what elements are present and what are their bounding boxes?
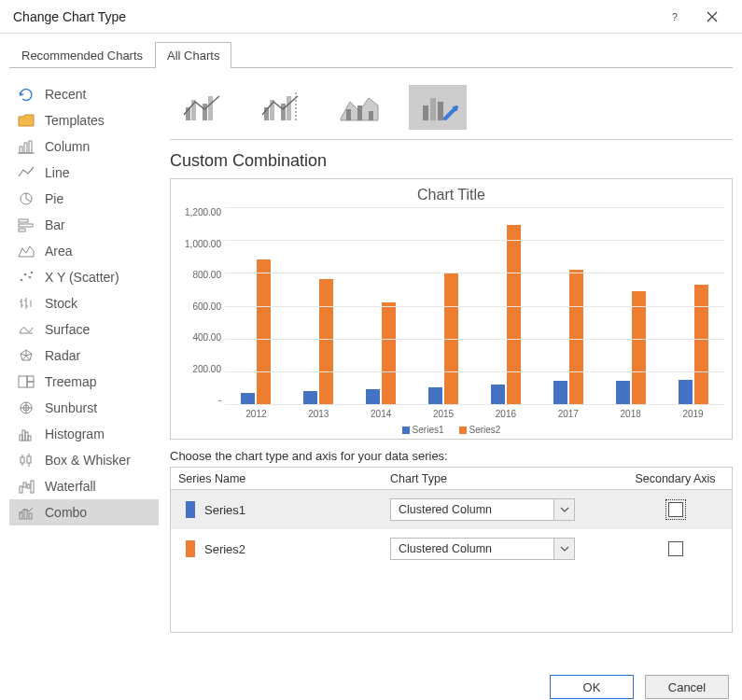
svg-rect-37	[21, 457, 24, 463]
ok-button[interactable]: OK	[550, 675, 634, 699]
sidebar-item-label: Column	[45, 139, 151, 154]
sidebar-item-label: Templates	[45, 113, 151, 128]
svg-rect-7	[19, 224, 33, 227]
combo-subtype-stacked-area-column[interactable]	[330, 85, 388, 130]
svg-rect-62	[423, 105, 428, 120]
sidebar-item-templates[interactable]: Templates	[9, 107, 159, 133]
waterfall-icon	[17, 478, 35, 495]
sidebar-item-label: Area	[45, 244, 151, 259]
close-button[interactable]	[693, 0, 731, 34]
svg-rect-59	[346, 109, 351, 120]
sidebar-item-scatter[interactable]: X Y (Scatter)	[9, 264, 159, 290]
sidebar-item-line[interactable]: Line	[9, 160, 159, 186]
svg-rect-60	[357, 105, 362, 120]
sidebar-item-label: Surface	[45, 322, 151, 337]
cancel-button[interactable]: Cancel	[645, 675, 729, 699]
svg-rect-40	[27, 456, 31, 463]
svg-rect-28	[27, 382, 34, 387]
svg-rect-36	[28, 436, 31, 441]
sidebar-item-label: Bar	[45, 217, 151, 232]
tab-all-charts[interactable]: All Charts	[155, 42, 231, 68]
sidebar-item-radar[interactable]: Radar	[9, 343, 159, 369]
svg-line-24	[22, 356, 26, 360]
sidebar-item-label: Waterfall	[45, 479, 151, 494]
svg-rect-3	[29, 141, 32, 153]
sidebar-item-bar[interactable]: Bar	[9, 212, 159, 238]
chart-legend: Series1 Series2	[178, 419, 724, 435]
sidebar-item-stock[interactable]: Stock	[9, 290, 159, 316]
combo-subtype-custom[interactable]	[409, 85, 467, 130]
svg-point-10	[24, 273, 27, 276]
pie-icon	[17, 190, 35, 207]
svg-point-12	[31, 272, 34, 274]
recent-icon	[17, 86, 35, 103]
chevron-down-icon	[553, 499, 574, 520]
y-axis: 1,200.001,000.00800.00600.00400.00200.00…	[178, 207, 225, 405]
svg-point-9	[21, 279, 23, 282]
series-chart-type-dropdown[interactable]: Clustered Column	[390, 538, 575, 560]
svg-rect-53	[208, 96, 213, 120]
series-row: Series1 Clustered Column	[171, 490, 732, 529]
radar-icon	[17, 347, 35, 364]
sidebar-item-label: Recent	[45, 87, 151, 102]
svg-rect-6	[19, 219, 28, 222]
sidebar-item-label: X Y (Scatter)	[45, 270, 151, 285]
plot-area	[225, 207, 724, 405]
svg-rect-63	[430, 98, 436, 120]
treemap-icon	[17, 373, 35, 390]
header-secondary-axis: Secondary Axis	[619, 472, 732, 485]
chart-title: Chart Title	[178, 185, 724, 207]
dropdown-value: Clustered Column	[391, 542, 553, 555]
svg-rect-48	[24, 510, 27, 519]
window-title: Change Chart Type	[13, 9, 126, 24]
surface-icon	[17, 321, 35, 338]
series-chart-type-dropdown[interactable]: Clustered Column	[390, 498, 575, 521]
sidebar-item-histogram[interactable]: Histogram	[9, 421, 159, 447]
sidebar-item-label: Radar	[45, 348, 151, 363]
sidebar-item-box-whisker[interactable]: Box & Whisker	[9, 447, 159, 473]
histogram-icon	[17, 426, 35, 442]
svg-rect-8	[19, 229, 25, 231]
sidebar-item-area[interactable]: Area	[9, 238, 159, 264]
sidebar-item-label: Stock	[45, 296, 151, 311]
area-icon	[17, 243, 35, 259]
sidebar-item-waterfall[interactable]: Waterfall	[9, 473, 159, 499]
secondary-axis-checkbox[interactable]	[668, 502, 683, 517]
series-table: Series Name Chart Type Secondary Axis Se…	[170, 467, 733, 633]
svg-rect-27	[27, 376, 34, 382]
chart-category-sidebar: Recent Templates Column Line Pie Bar Are…	[9, 81, 159, 656]
tab-recommended-charts[interactable]: Recommended Charts	[9, 42, 155, 68]
combo-subtype-clustered-line-secondary[interactable]	[252, 85, 310, 130]
svg-rect-44	[23, 483, 26, 487]
sidebar-item-pie[interactable]: Pie	[9, 186, 159, 212]
svg-rect-52	[203, 104, 207, 120]
sidebar-item-label: Histogram	[45, 427, 151, 441]
header-series-name: Series Name	[171, 472, 390, 485]
help-button[interactable]: ?	[656, 0, 693, 34]
stock-icon	[17, 295, 35, 312]
sidebar-item-combo[interactable]: Combo	[9, 499, 159, 525]
subtype-title: Custom Combination	[170, 151, 733, 171]
sidebar-item-column[interactable]: Column	[9, 133, 159, 160]
secondary-axis-checkbox[interactable]	[668, 541, 683, 556]
svg-text:?: ?	[672, 11, 678, 22]
legend-series1: Series1	[413, 425, 444, 435]
sidebar-item-sunburst[interactable]: Sunburst	[9, 395, 159, 421]
sidebar-item-recent[interactable]: Recent	[9, 81, 159, 107]
svg-rect-45	[27, 484, 30, 488]
combo-subtype-clustered-line[interactable]	[174, 85, 231, 130]
svg-point-11	[29, 276, 32, 279]
svg-rect-61	[369, 111, 373, 120]
main-panel: Custom Combination Chart Title 1,200.001…	[170, 81, 733, 656]
sidebar-item-label: Treemap	[45, 374, 151, 389]
svg-rect-2	[24, 143, 27, 153]
x-axis: 20122013201420152016201720182019	[178, 405, 724, 419]
bar-icon	[17, 217, 35, 233]
svg-rect-64	[438, 102, 443, 120]
column-icon	[17, 138, 35, 155]
chart-preview: Chart Title 1,200.001,000.00800.00600.00…	[170, 178, 733, 440]
sidebar-item-label: Pie	[45, 191, 151, 206]
sidebar-item-treemap[interactable]: Treemap	[9, 369, 159, 395]
dropdown-value: Clustered Column	[391, 503, 553, 516]
sidebar-item-surface[interactable]: Surface	[9, 316, 159, 343]
